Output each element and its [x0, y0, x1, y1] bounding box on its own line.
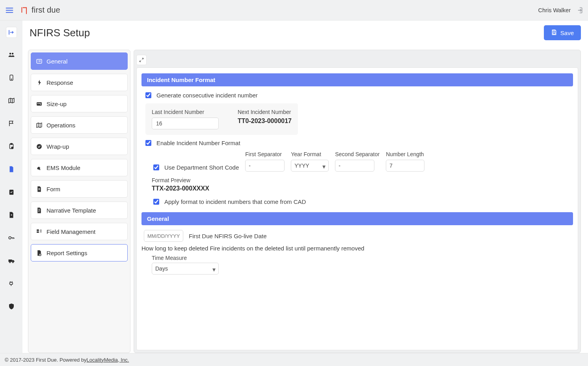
- svg-rect-21: [39, 103, 40, 104]
- tab-field-management[interactable]: Field Management: [31, 223, 128, 240]
- expand-sidebar-button[interactable]: [6, 27, 17, 38]
- last-next-number-box: Last Incident Number Next Incident Numbe…: [145, 103, 298, 135]
- svg-rect-20: [37, 103, 38, 104]
- svg-rect-27: [37, 231, 39, 233]
- svg-rect-16: [553, 30, 555, 31]
- number-length-input[interactable]: [386, 160, 424, 172]
- svg-point-14: [12, 261, 13, 263]
- next-incident-value: TT0-2023-0000017: [238, 118, 292, 125]
- rail-check-icon[interactable]: [6, 187, 17, 197]
- svg-point-11: [9, 237, 11, 239]
- brand-logo-icon: [20, 6, 28, 14]
- settings-panel: Incident Number Format Generate consecut…: [134, 50, 581, 353]
- svg-rect-25: [38, 189, 40, 190]
- format-preview-label: Format Preview: [152, 177, 573, 183]
- logout-icon[interactable]: [575, 6, 583, 14]
- tab-sizeup[interactable]: Size-up: [31, 95, 128, 112]
- top-bar: first due Chris Walker: [0, 0, 588, 21]
- tab-label: Field Management: [47, 228, 95, 235]
- page-title: NFIRS Setup: [28, 27, 90, 39]
- number-length-label: Number Length: [386, 151, 424, 157]
- save-icon: [551, 29, 557, 37]
- brand-logo[interactable]: first due: [20, 6, 60, 15]
- generate-consecutive-label: Generate consecutive incident number: [156, 92, 258, 99]
- tab-label: Size-up: [47, 101, 67, 107]
- tab-label: EMS Module: [47, 164, 80, 171]
- svg-point-9: [11, 147, 13, 149]
- second-separator-input[interactable]: [335, 160, 374, 172]
- first-separator-label: First Separator: [245, 151, 285, 157]
- rail-truck-icon[interactable]: [6, 256, 17, 266]
- expand-panel-icon[interactable]: [136, 55, 147, 65]
- page-content: NFIRS Setup Save General: [22, 21, 588, 353]
- last-incident-input[interactable]: [152, 118, 219, 129]
- hamburger-menu-icon[interactable]: [3, 4, 16, 17]
- tab-report-settings[interactable]: Report Settings: [31, 244, 128, 261]
- tab-ems[interactable]: EMS Module: [31, 159, 128, 176]
- enable-format-checkbox[interactable]: [145, 140, 151, 146]
- last-incident-label: Last Incident Number: [152, 109, 219, 115]
- apply-cad-label: Apply format to incident numbers that co…: [164, 198, 306, 205]
- golive-date-input[interactable]: [144, 230, 183, 242]
- tab-label: Response: [47, 79, 73, 86]
- brand-name: first due: [32, 6, 60, 15]
- time-measure-label: Time Measure: [152, 255, 573, 261]
- rail-clipboard-icon[interactable]: [6, 141, 17, 151]
- deleted-retention-note: How long to keep deleted Fire incidents …: [141, 245, 573, 252]
- svg-point-13: [9, 261, 10, 263]
- rail-flag-icon[interactable]: [6, 118, 17, 129]
- svg-rect-15: [9, 282, 13, 284]
- user-name[interactable]: Chris Walker: [538, 7, 571, 13]
- svg-point-3: [9, 53, 11, 55]
- save-button-label: Save: [560, 30, 574, 36]
- page-footer: © 2017-2023 First Due. Powered by Locali…: [0, 353, 588, 366]
- rail-map-icon[interactable]: [6, 95, 17, 106]
- settings-tabs: General Response Size-up Operations: [28, 50, 130, 353]
- apply-cad-checkbox[interactable]: [153, 199, 159, 205]
- rail-shield-icon[interactable]: [6, 301, 17, 312]
- rail-key-icon[interactable]: [6, 233, 17, 243]
- svg-rect-17: [553, 32, 555, 34]
- enable-format-label: Enable Incident Number Format: [156, 140, 240, 146]
- format-preview-value: TTX-2023-000XXXX: [152, 185, 573, 192]
- tab-label: Narrative Template: [47, 207, 96, 214]
- svg-rect-24: [38, 188, 40, 189]
- svg-rect-26: [37, 229, 39, 231]
- generate-consecutive-checkbox[interactable]: [145, 92, 151, 98]
- use-short-code-label: Use Department Short Code: [164, 164, 239, 171]
- tab-label: General: [47, 58, 67, 65]
- settings-scroll-area[interactable]: Incident Number Format Generate consecut…: [136, 67, 578, 350]
- rail-device-icon[interactable]: [6, 73, 17, 83]
- time-measure-select[interactable]: [152, 263, 219, 274]
- svg-rect-22: [40, 103, 41, 105]
- svg-rect-8: [10, 144, 12, 145]
- save-button[interactable]: Save: [544, 25, 581, 40]
- use-short-code-checkbox[interactable]: [153, 164, 159, 170]
- svg-point-6: [11, 79, 12, 80]
- tab-operations[interactable]: Operations: [31, 116, 128, 134]
- rail-users-icon[interactable]: [6, 50, 17, 60]
- footer-link[interactable]: LocalityMedia, Inc.: [87, 357, 129, 363]
- svg-point-4: [11, 53, 13, 55]
- tab-label: Report Settings: [47, 250, 87, 256]
- next-incident-label: Next Incident Number: [238, 109, 292, 115]
- second-separator-label: Second Separator: [335, 151, 380, 157]
- tab-label: Operations: [47, 122, 75, 129]
- section-incident-number-format: Incident Number Format: [141, 73, 573, 86]
- tab-form[interactable]: Form: [31, 180, 128, 198]
- tab-general[interactable]: General: [31, 52, 128, 70]
- side-iconrail: [0, 21, 22, 353]
- year-format-select[interactable]: [291, 160, 329, 172]
- tab-response[interactable]: Response: [31, 74, 128, 91]
- golive-date-label: First Due NFIRS Go-live Date: [189, 233, 267, 239]
- tab-label: Form: [47, 186, 60, 192]
- tab-label: Wrap-up: [47, 143, 69, 150]
- rail-plug-icon[interactable]: [6, 278, 17, 289]
- tab-wrapup[interactable]: Wrap-up: [31, 138, 128, 155]
- year-format-label: Year Format: [291, 151, 329, 157]
- rail-doc-plus-icon[interactable]: [6, 210, 17, 220]
- rail-report-icon[interactable]: [6, 164, 17, 174]
- footer-text: © 2017-2023 First Due. Powered by: [5, 357, 87, 363]
- first-separator-input[interactable]: [245, 160, 285, 172]
- tab-narrative[interactable]: Narrative Template: [31, 202, 128, 219]
